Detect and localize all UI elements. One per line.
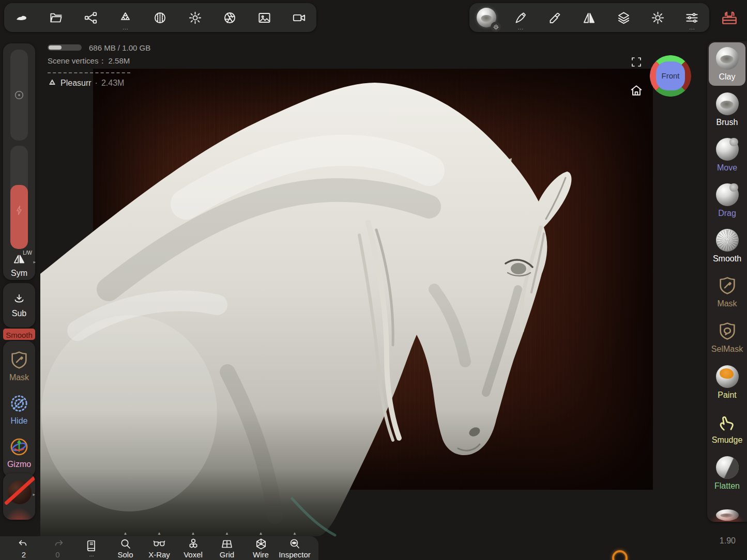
object-name: Pleasurr xyxy=(60,79,92,88)
fullscreen-icon xyxy=(630,56,643,68)
postprocess-button[interactable] xyxy=(218,6,241,29)
brush-sphere-icon xyxy=(716,92,739,115)
zoom-level-value: 1.90 xyxy=(720,536,736,546)
wire-button[interactable]: ▲ Wire xyxy=(245,538,278,558)
bottom-toolbar: 2 0 ... ▲ Solo ▲ X-Ray xyxy=(0,536,318,560)
image-icon xyxy=(257,11,271,25)
memory-label: 686 MB / 1.00 GB xyxy=(89,43,150,52)
left-slider-panel: L/W ▸ Sym xyxy=(3,43,35,280)
tool-flatten[interactable]: Flatten xyxy=(707,450,747,496)
material-expand-arrow[interactable]: ▸ xyxy=(33,492,35,497)
history-book-icon xyxy=(85,539,98,552)
grid-button[interactable]: ▲ Grid xyxy=(210,538,243,558)
voxel-button[interactable]: ▲ Voxel xyxy=(177,538,210,558)
topology-button[interactable]: ... xyxy=(114,6,137,29)
layers-icon xyxy=(617,11,631,25)
gizmo-label: Gizmo xyxy=(7,460,31,469)
material-button[interactable] xyxy=(149,6,172,29)
smooth-shortcut-chip[interactable]: Smooth xyxy=(3,329,35,340)
orientation-gizmo[interactable]: Front xyxy=(650,55,691,97)
scene-graph-button[interactable] xyxy=(80,6,102,29)
symmetry-button[interactable] xyxy=(578,6,601,29)
symmetry-toggle[interactable]: L/W ▸ Sym xyxy=(3,252,35,278)
paintbrush-icon xyxy=(548,11,562,25)
sym-expand-arrow[interactable]: ▸ xyxy=(33,259,36,265)
app-logo-button[interactable] xyxy=(10,6,33,29)
sun-icon xyxy=(188,11,202,25)
memory-progress-bar xyxy=(48,44,82,51)
tool-label: Move xyxy=(717,163,737,173)
lighting-button[interactable] xyxy=(184,6,206,29)
brush-size-slider[interactable] xyxy=(10,50,28,141)
inspector-eye-icon xyxy=(288,538,301,550)
matcap-button[interactable] xyxy=(475,6,498,29)
undo-count: 2 xyxy=(22,551,26,558)
wireframe-hex-icon xyxy=(255,538,267,550)
clay-sphere-icon xyxy=(716,47,739,70)
flatten-sphere-icon xyxy=(716,456,739,479)
touch-indicator-ring xyxy=(612,550,628,560)
object-row[interactable]: Pleasurr · 2.43M xyxy=(48,79,150,88)
tool-selmask[interactable]: SelMask xyxy=(707,314,747,360)
mask-mode-button[interactable]: Mask xyxy=(9,349,29,382)
tool-paint[interactable]: Paint xyxy=(707,360,747,405)
hide-mode-button[interactable]: Hide xyxy=(9,393,29,426)
mesh-pyramid-icon xyxy=(48,79,57,88)
more-dots: ... xyxy=(114,26,137,30)
tool-mask[interactable]: Mask xyxy=(707,269,747,314)
gizmo-mode-button[interactable]: Gizmo xyxy=(7,436,31,469)
xray-button[interactable]: ▲ X-Ray xyxy=(143,538,176,558)
undo-arrow-icon xyxy=(18,539,30,551)
voxel-label: Voxel xyxy=(184,551,203,558)
smudge-finger-icon xyxy=(717,411,738,433)
more-dots: ... xyxy=(681,26,704,30)
files-button[interactable] xyxy=(45,6,68,29)
caret-up-icon: ▲ xyxy=(225,531,229,536)
home-button[interactable] xyxy=(629,83,644,100)
background-button[interactable] xyxy=(253,6,276,29)
video-camera-icon xyxy=(292,11,306,25)
wire-label: Wire xyxy=(253,551,269,558)
camera-button[interactable] xyxy=(287,6,310,29)
caret-up-icon: ▲ xyxy=(259,531,263,536)
tool-smooth[interactable]: Smooth xyxy=(707,223,747,269)
stroke-button[interactable]: ... xyxy=(509,6,532,29)
sub-arrow-icon xyxy=(12,293,26,306)
interface-button[interactable]: ... xyxy=(681,6,704,29)
tool-brush[interactable]: Brush xyxy=(707,87,747,132)
settings-gear-icon xyxy=(651,11,665,25)
inspector-button[interactable]: ▲ Inspector xyxy=(278,538,311,558)
sym-label: Sym xyxy=(3,269,35,278)
painting-button[interactable] xyxy=(544,6,567,29)
xray-glasses-icon xyxy=(153,538,165,550)
solo-button[interactable]: ▲ Solo xyxy=(109,538,142,558)
layers-button[interactable] xyxy=(612,6,635,29)
hide-label: Hide xyxy=(11,416,28,426)
caret-up-icon: ▲ xyxy=(157,531,161,536)
move-sphere-icon xyxy=(716,138,739,161)
material-preview-tile[interactable]: ▸ xyxy=(3,473,35,520)
undo-button[interactable]: 2 xyxy=(7,539,40,558)
tool-label: Mask xyxy=(717,299,737,308)
settings-button[interactable] xyxy=(647,6,669,29)
tool-smudge[interactable]: Smudge xyxy=(707,405,747,450)
toolbox-button[interactable] xyxy=(716,5,742,31)
smooth-chip-label: Smooth xyxy=(6,331,33,339)
history-button[interactable]: ... xyxy=(75,539,108,557)
tool-move[interactable]: Move xyxy=(707,132,747,178)
right-tools-panel: Clay Brush Move Drag Smooth Mask xyxy=(707,41,747,522)
dashed-separator xyxy=(48,72,130,73)
tool-label: Smooth xyxy=(713,254,741,263)
inspector-label: Inspector xyxy=(279,551,311,558)
redo-button[interactable]: 0 xyxy=(41,539,74,558)
tool-clay[interactable]: Clay xyxy=(709,42,745,86)
solo-magnifier-icon xyxy=(119,538,132,550)
lightning-bolt-icon xyxy=(13,205,25,216)
brush-intensity-slider[interactable] xyxy=(10,146,28,249)
tool-drag[interactable]: Drag xyxy=(707,178,747,223)
fullscreen-button[interactable] xyxy=(630,56,643,70)
mask-label: Mask xyxy=(9,373,29,382)
mask-shield-icon xyxy=(9,349,29,371)
sub-tool-button[interactable]: Sub xyxy=(3,283,35,328)
voxel-cubes-icon xyxy=(187,538,200,550)
